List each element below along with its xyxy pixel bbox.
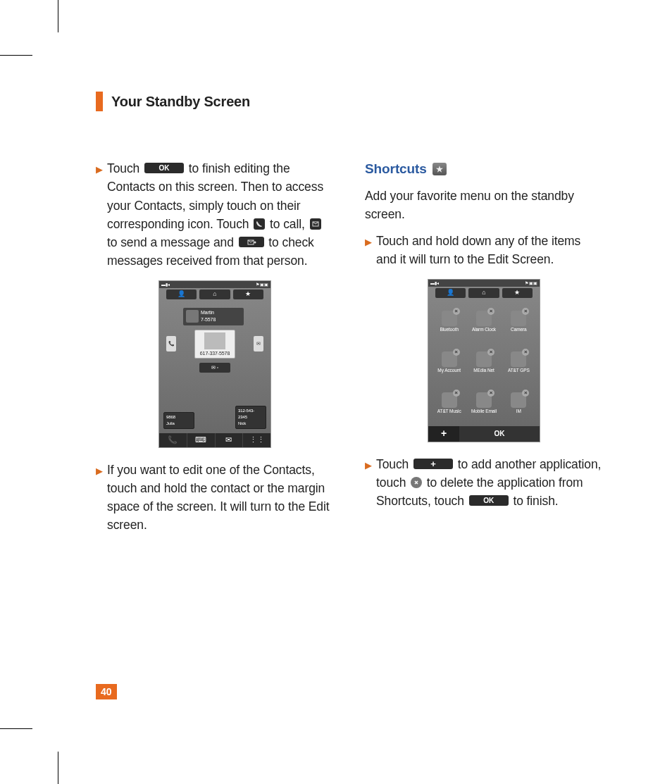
- ok-button: OK: [459, 426, 540, 442]
- right-paragraph-2: Touch + to add another application, touc…: [376, 455, 603, 511]
- call-action-icon: 📞: [166, 336, 176, 351]
- shortcut-label: AT&T Music: [437, 409, 461, 414]
- bottombar-dial-icon: ⌨: [187, 433, 216, 447]
- contact-row-top: Martin7-5578: [183, 308, 244, 325]
- inbox-icon: [239, 237, 264, 247]
- shortcut-item: Camera: [502, 302, 535, 342]
- shortcut-icon: [511, 392, 526, 408]
- left-paragraph-2: If you want to edit one of the Contacts,…: [107, 461, 334, 535]
- shortcuts-intro: Add your favorite menu on the standby sc…: [365, 187, 603, 224]
- left-bullet-1: ▶ Touch OK to finish editing the Contact…: [96, 159, 334, 270]
- avatar-icon: [204, 332, 225, 349]
- page-number: 40: [96, 684, 117, 699]
- ok-button-icon: OK: [469, 495, 509, 506]
- shortcut-label: AT&T GPS: [508, 368, 530, 373]
- mini-name: Julia: [166, 421, 192, 427]
- shortcut-label: My Account: [437, 368, 461, 373]
- shortcut-icon: [442, 311, 457, 326]
- status-left: ▬▮◂: [430, 280, 439, 286]
- contact-mini-left: 9868 Julia: [163, 412, 194, 429]
- shortcut-label: Mobile Email: [471, 409, 497, 414]
- tab-home: ⌂: [468, 288, 499, 298]
- contact-mini-right: 312-543-2345 Nick: [235, 406, 266, 429]
- svg-point-2: [254, 241, 256, 243]
- shortcut-label: IM: [516, 409, 521, 414]
- shortcuts-bottom-bar: + OK: [428, 426, 540, 442]
- text-fragment: Touch: [376, 457, 412, 471]
- shortcut-item: AT&T GPS: [502, 343, 535, 382]
- section-header: Your Standby Screen: [96, 92, 603, 111]
- shortcuts-screen-figure: ▬▮◂ ⚑ ▣▣ 👤 ⌂ ★ Bluetooth Alarm Clock Cam…: [428, 279, 540, 442]
- shortcut-icon: [476, 392, 492, 408]
- text-fragment: to send a message and: [107, 235, 237, 249]
- mini-number: 9868: [166, 414, 192, 421]
- left-column: ▶ Touch OK to finish editing the Contact…: [96, 159, 334, 542]
- shortcut-label: Bluetooth: [440, 328, 459, 332]
- shortcut-icon: [442, 351, 457, 367]
- tab-contacts: 👤: [166, 290, 197, 299]
- right-bullet-2: ▶ Touch + to add another application, to…: [365, 455, 603, 511]
- bottombar-menu-icon: ⋮⋮: [243, 433, 270, 447]
- shortcut-icon: [511, 311, 526, 326]
- shortcut-icon: [476, 311, 492, 326]
- left-bullet-2: ▶ If you want to edit one of the Contact…: [96, 461, 334, 535]
- shortcut-icon: [476, 351, 492, 367]
- ok-button-icon: OK: [144, 163, 184, 173]
- shortcut-item: IM: [502, 384, 535, 423]
- contact-name: Martin: [201, 309, 241, 317]
- shortcut-item: Mobile Email: [467, 384, 500, 423]
- shortcut-item: My Account: [433, 343, 466, 382]
- message-icon: [310, 218, 321, 230]
- shortcut-label: Camera: [511, 328, 527, 332]
- bullet-marker: ▶: [96, 464, 103, 535]
- shortcuts-heading: Shortcuts: [365, 159, 603, 180]
- text-fragment: Touch: [107, 161, 143, 175]
- text-fragment: to finish.: [513, 494, 558, 508]
- contact-card-number: 617-337-5578: [197, 351, 232, 356]
- shortcut-item: Alarm Clock: [467, 302, 500, 342]
- add-button: +: [428, 426, 459, 442]
- header-accent-bar: [96, 92, 103, 111]
- contact-card: 617-337-5578: [194, 330, 235, 359]
- shortcuts-heading-text: Shortcuts: [365, 159, 427, 180]
- shortcut-label: MEdia Net: [473, 368, 494, 373]
- left-paragraph-1: Touch OK to finish editing the Contacts …: [107, 159, 334, 270]
- plus-button-icon: +: [413, 459, 453, 469]
- bottombar-call-icon: 📞: [159, 433, 187, 447]
- bottombar-message-icon: ✉: [216, 433, 244, 447]
- message-action-icon: ✉: [254, 336, 263, 351]
- shortcut-item: Bluetooth: [433, 302, 466, 342]
- tab-home: ⌂: [199, 290, 230, 299]
- delete-icon: [411, 477, 422, 488]
- status-right: ⚑ ▣▣: [256, 282, 268, 287]
- shortcuts-grid: Bluetooth Alarm Clock Camera My Account …: [428, 299, 540, 426]
- mini-number: 312-543-2345: [238, 408, 263, 421]
- tab-favorites: ★: [502, 288, 533, 298]
- avatar-icon: [186, 310, 199, 323]
- call-icon: [254, 218, 265, 230]
- tab-contacts: 👤: [435, 288, 466, 298]
- shortcut-icon: [511, 351, 526, 367]
- right-bullet-1: ▶ Touch and hold down any of the items a…: [365, 232, 603, 269]
- contacts-screen-figure: ▬▮◂ ⚑ ▣▣ 👤 ⌂ ★ Martin7-5578: [158, 280, 271, 448]
- bullet-marker: ▶: [365, 459, 372, 511]
- text-fragment: to call,: [270, 217, 309, 231]
- status-left: ▬▮◂: [161, 282, 170, 287]
- bullet-marker: ▶: [96, 163, 103, 270]
- inbox-action-icon: ✉ ◦: [199, 363, 230, 373]
- right-paragraph-1: Touch and hold down any of the items and…: [376, 232, 603, 269]
- shortcut-item: AT&T Music: [433, 384, 466, 423]
- contact-number: 7-5578: [201, 316, 241, 324]
- bottom-bar: 📞 ⌨ ✉ ⋮⋮: [159, 433, 270, 447]
- section-title: Your Standby Screen: [111, 94, 250, 110]
- star-tab-icon: [433, 163, 447, 175]
- shortcut-item: MEdia Net: [467, 343, 500, 382]
- status-right: ⚑ ▣▣: [525, 280, 537, 286]
- bullet-marker: ▶: [365, 235, 372, 269]
- shortcut-label: Alarm Clock: [472, 328, 496, 332]
- shortcut-icon: [442, 392, 457, 408]
- tab-favorites: ★: [233, 290, 263, 299]
- right-column: Shortcuts Add your favorite menu on the …: [365, 159, 603, 542]
- mini-name: Nick: [238, 421, 263, 427]
